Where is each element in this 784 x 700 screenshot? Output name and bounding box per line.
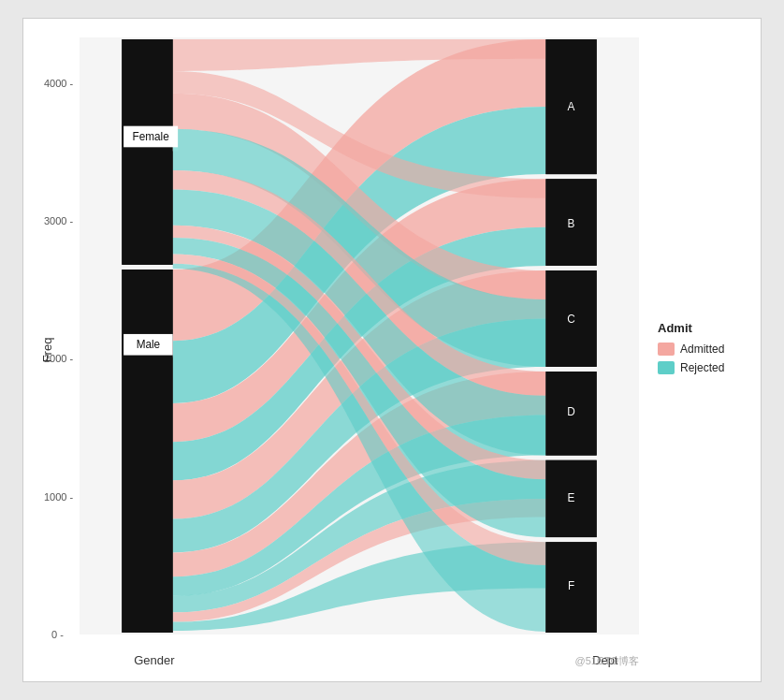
legend-title: Admit: [658, 321, 692, 335]
y-tick-3000: 3000 -: [44, 215, 73, 226]
watermark: @51CTO博客: [575, 654, 639, 668]
male-bar-top: [122, 270, 172, 633]
female-bar-top: [122, 39, 172, 265]
dept-d-label2: D: [567, 405, 575, 419]
legend-area: Admit Admitted Rejected: [648, 19, 761, 681]
y-tick-4000: 4000 -: [44, 78, 73, 89]
chart-container: Freq 0 - 1000 - 2000 - 3000 - 4000 -: [22, 18, 762, 682]
y-tick-0: 0 -: [51, 629, 64, 640]
legend-item-admitted: Admitted: [658, 343, 724, 356]
dept-f-label2: F: [568, 578, 574, 592]
outer-container: Freq 0 - 1000 - 2000 - 3000 - 4000 -: [0, 0, 784, 700]
legend-item-rejected: Rejected: [658, 361, 724, 374]
y-tick-1000: 1000 -: [44, 491, 73, 503]
dept-c-label2: C: [567, 312, 575, 326]
admitted-label: Admitted: [680, 343, 724, 356]
dept-a-label2: A: [568, 100, 575, 114]
x-label-gender: Gender: [80, 653, 229, 667]
admitted-swatch: [658, 343, 675, 356]
y-tick-2000: 2000 -: [44, 353, 73, 364]
sankey-svg: Male Female A B: [80, 37, 639, 634]
plot-area: Freq 0 - 1000 - 2000 - 3000 - 4000 -: [23, 19, 648, 681]
dept-b-label2: B: [568, 216, 575, 230]
rejected-label: Rejected: [680, 361, 724, 374]
rejected-swatch: [658, 361, 675, 374]
male-label2: Male: [137, 338, 161, 352]
female-label2: Female: [132, 129, 168, 143]
dept-e-label2: E: [568, 490, 575, 504]
